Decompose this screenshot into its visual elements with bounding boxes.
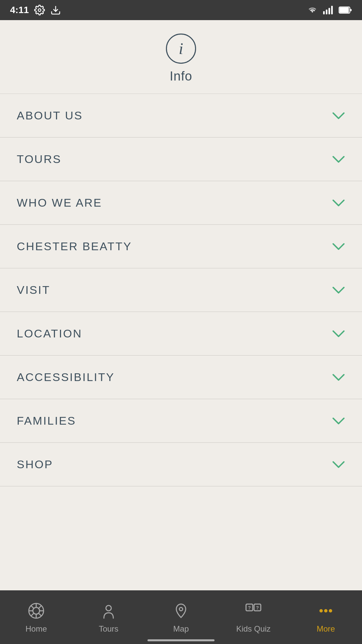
settings-icon <box>34 5 45 15</box>
svg-point-18 <box>106 605 111 611</box>
tours-icon <box>99 601 119 621</box>
nav-label-map: Map <box>173 624 189 634</box>
menu-label-chester-beatty: CHESTER BEATTY <box>17 240 132 253</box>
svg-line-17 <box>31 613 34 616</box>
chevron-down-icon <box>332 112 345 120</box>
more-icon <box>316 601 336 621</box>
home-indicator <box>147 639 215 641</box>
svg-text:?: ? <box>248 605 251 610</box>
svg-rect-7 <box>340 7 349 12</box>
map-icon <box>171 601 191 621</box>
chevron-down-icon <box>332 330 345 338</box>
nav-item-more[interactable]: More <box>290 590 362 644</box>
svg-rect-4 <box>328 8 330 14</box>
menu-label-tours: TOURS <box>17 153 61 166</box>
menu-item-about-us[interactable]: ABOUT US <box>0 94 362 138</box>
menu-item-tours[interactable]: TOURS <box>0 138 362 181</box>
nav-item-home[interactable]: Home <box>0 590 72 644</box>
nav-label-more: More <box>317 624 335 634</box>
chevron-down-icon <box>332 155 345 163</box>
header: i Info <box>0 20 362 94</box>
nav-label-kids-quiz: Kids Quiz <box>236 624 271 634</box>
nav-label-home: Home <box>25 624 47 634</box>
svg-line-15 <box>39 613 42 616</box>
chevron-down-icon <box>332 286 345 294</box>
menu-item-shop[interactable]: SHOP <box>0 443 362 486</box>
chevron-down-icon <box>332 417 345 425</box>
nav-item-kids-quiz[interactable]: ? ? Kids Quiz <box>217 590 290 644</box>
chevron-down-icon <box>332 373 345 381</box>
svg-point-25 <box>324 609 327 612</box>
menu-item-families[interactable]: FAMILIES <box>0 399 362 443</box>
svg-text:?: ? <box>256 605 259 610</box>
nav-item-tours[interactable]: Tours <box>72 590 145 644</box>
svg-rect-3 <box>326 9 327 14</box>
chevron-down-icon <box>332 461 345 469</box>
menu-list: ABOUT US TOURS WHO WE ARE CHESTER BEATTY… <box>0 94 362 590</box>
status-time: 4:11 <box>10 5 29 15</box>
svg-line-16 <box>39 605 42 608</box>
svg-point-9 <box>33 607 40 614</box>
bottom-nav: Home Tours Map ? ? Kids Quiz More <box>0 590 362 644</box>
svg-point-26 <box>329 609 332 612</box>
nav-item-map[interactable]: Map <box>145 590 217 644</box>
kids-quiz-icon: ? ? <box>243 601 263 621</box>
status-left: 4:11 <box>10 5 61 15</box>
download-icon <box>50 5 61 15</box>
home-icon <box>26 601 46 621</box>
page-title: Info <box>170 69 192 84</box>
menu-item-chester-beatty[interactable]: CHESTER BEATTY <box>0 225 362 268</box>
wifi-icon <box>306 5 318 15</box>
menu-label-visit: VISIT <box>17 283 50 297</box>
info-circle-icon: i <box>179 41 183 57</box>
menu-label-who-we-are: WHO WE ARE <box>17 196 102 209</box>
svg-rect-5 <box>331 6 333 14</box>
menu-item-location[interactable]: LOCATION <box>0 312 362 356</box>
info-circle: i <box>166 34 196 64</box>
menu-label-shop: SHOP <box>17 458 53 471</box>
menu-label-accessibility: ACCESSIBILITY <box>17 371 115 384</box>
status-bar: 4:11 <box>0 0 362 20</box>
svg-point-0 <box>38 9 41 11</box>
svg-line-14 <box>31 605 34 608</box>
menu-label-location: LOCATION <box>17 327 82 340</box>
chevron-down-icon <box>332 243 345 251</box>
svg-point-24 <box>319 609 323 612</box>
status-right <box>306 5 352 15</box>
svg-point-19 <box>179 607 183 611</box>
svg-rect-2 <box>323 11 325 14</box>
menu-label-about-us: ABOUT US <box>17 109 83 122</box>
battery-icon <box>339 6 352 14</box>
chevron-down-icon <box>332 199 345 207</box>
nav-label-tours: Tours <box>99 624 119 634</box>
menu-label-families: FAMILIES <box>17 414 76 427</box>
menu-item-who-we-are[interactable]: WHO WE ARE <box>0 181 362 225</box>
menu-item-visit[interactable]: VISIT <box>0 268 362 312</box>
signal-icon <box>323 5 334 15</box>
menu-item-accessibility[interactable]: ACCESSIBILITY <box>0 356 362 399</box>
